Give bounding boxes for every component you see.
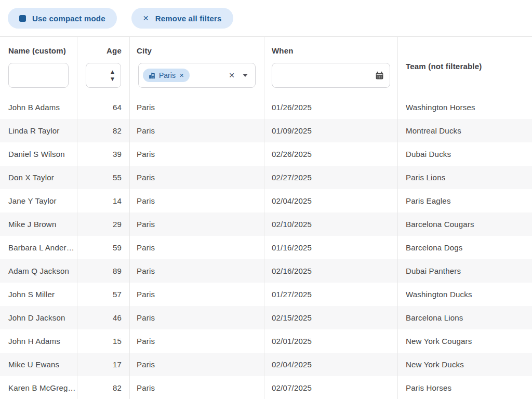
column-header-city: City Paris ✕ ✕	[130, 37, 264, 96]
cell-age: 64	[77, 96, 130, 119]
city-filter-multiselect[interactable]: Paris ✕ ✕	[138, 63, 256, 88]
cell-city: Paris	[130, 212, 264, 236]
compact-mode-button[interactable]: Use compact mode	[8, 8, 117, 29]
table-row: Mike J Brown 29 Paris 02/10/2025 Barcelo…	[0, 212, 532, 236]
cell-age: 57	[77, 283, 130, 306]
chevron-down-icon[interactable]	[243, 74, 248, 77]
toolbar: Use compact mode ✕ Remove all filters	[0, 0, 532, 36]
cell-name: Don X Taylor	[0, 166, 77, 189]
cell-team: Barcelona Dogs	[398, 236, 532, 259]
cell-city: Paris	[130, 353, 264, 376]
cell-name: Linda R Taylor	[0, 119, 77, 142]
cell-team: Barcelona Cougars	[398, 212, 532, 236]
cell-when: 02/04/2025	[264, 353, 398, 376]
cell-when: 01/27/2025	[264, 283, 398, 306]
cell-age: 89	[77, 259, 130, 283]
cell-city: Paris	[130, 166, 264, 189]
cell-age: 82	[77, 119, 130, 142]
chevron-up-icon[interactable]: ▲	[111, 70, 114, 74]
age-stepper: ▲ ▼	[111, 63, 114, 88]
x-icon: ✕	[143, 15, 149, 22]
cell-age: 15	[77, 329, 130, 353]
table-row: Daniel S Wilson 39 Paris 02/26/2025 Duba…	[0, 142, 532, 166]
cell-city: Paris	[130, 306, 264, 329]
cell-when: 02/07/2025	[264, 376, 398, 399]
column-header-when: When	[264, 37, 398, 96]
cell-name: John D Jackson	[0, 306, 77, 329]
name-filter-input[interactable]	[8, 63, 69, 88]
cell-name: Barbara L Ander…	[0, 236, 77, 259]
column-header-team: Team (not filterable)	[398, 37, 532, 96]
cell-team: Paris Lions	[398, 166, 532, 189]
cell-age: 39	[77, 142, 130, 166]
column-label-name: Name (custom)	[0, 46, 77, 56]
remove-filters-label: Remove all filters	[155, 14, 222, 23]
when-filter	[272, 63, 390, 88]
cell-name: Adam Q Jackson	[0, 259, 77, 283]
cell-city: Paris	[130, 189, 264, 212]
cell-name: John B Adams	[0, 96, 77, 119]
calendar-icon[interactable]	[375, 71, 384, 80]
cell-when: 02/04/2025	[264, 189, 398, 212]
multiselect-clear-x-icon[interactable]: ✕	[229, 72, 235, 79]
cell-name: John H Adams	[0, 329, 77, 353]
cell-team: Washington Ducks	[398, 283, 532, 306]
cell-age: 29	[77, 212, 130, 236]
column-header-name: Name (custom)	[0, 37, 77, 96]
cell-team: Paris Horses	[398, 376, 532, 399]
cell-age: 55	[77, 166, 130, 189]
data-table: Name (custom) Age ▲ ▼ City	[0, 36, 532, 399]
remove-all-filters-button[interactable]: ✕ Remove all filters	[131, 8, 233, 29]
table-row: Barbara L Ander… 59 Paris 01/16/2025 Bar…	[0, 236, 532, 259]
cell-when: 01/16/2025	[264, 236, 398, 259]
age-filter-input[interactable]	[86, 63, 121, 88]
cell-city: Paris	[130, 329, 264, 353]
table-row: John S Miller 57 Paris 01/27/2025 Washin…	[0, 283, 532, 306]
cell-city: Paris	[130, 376, 264, 399]
column-label-team: Team (not filterable)	[398, 61, 532, 72]
table-row: John B Adams 64 Paris 01/26/2025 Washing…	[0, 96, 532, 119]
cell-age: 17	[77, 353, 130, 376]
cell-name: Daniel S Wilson	[0, 142, 77, 166]
cell-age: 46	[77, 306, 130, 329]
when-filter-input[interactable]	[272, 63, 390, 88]
cell-team: Barcelona Lions	[398, 306, 532, 329]
building-icon	[149, 72, 155, 79]
cell-team: Dubai Panthers	[398, 259, 532, 283]
chip-remove-x-icon[interactable]: ✕	[179, 73, 184, 78]
table-row: Don X Taylor 55 Paris 02/27/2025 Paris L…	[0, 166, 532, 189]
cell-team: New York Ducks	[398, 353, 532, 376]
cell-when: 01/09/2025	[264, 119, 398, 142]
table-row: Jane Y Taylor 14 Paris 02/04/2025 Paris …	[0, 189, 532, 212]
cell-team: New York Cougars	[398, 329, 532, 353]
cell-city: Paris	[130, 236, 264, 259]
cell-age: 14	[77, 189, 130, 212]
city-filter-chip: Paris ✕	[143, 69, 190, 82]
cell-name: Mike U Ewans	[0, 353, 77, 376]
cell-city: Paris	[130, 259, 264, 283]
compact-mode-label: Use compact mode	[32, 14, 105, 23]
cell-city: Paris	[130, 142, 264, 166]
column-label-age: Age	[77, 46, 129, 56]
column-header-age: Age ▲ ▼	[77, 37, 130, 96]
cell-when: 02/27/2025	[264, 166, 398, 189]
table-row: John H Adams 15 Paris 02/01/2025 New Yor…	[0, 329, 532, 353]
cell-age: 82	[77, 376, 130, 399]
cell-city: Paris	[130, 96, 264, 119]
table-row: Linda R Taylor 82 Paris 01/09/2025 Montr…	[0, 119, 532, 142]
table-row: John D Jackson 46 Paris 02/15/2025 Barce…	[0, 306, 532, 329]
cell-when: 02/26/2025	[264, 142, 398, 166]
cell-name: Jane Y Taylor	[0, 189, 77, 212]
chevron-down-icon[interactable]: ▼	[111, 77, 114, 82]
cell-name: John S Miller	[0, 283, 77, 306]
cell-when: 02/16/2025	[264, 259, 398, 283]
table-row: Karen B McGreg… 82 Paris 02/07/2025 Pari…	[0, 376, 532, 399]
table-row: Adam Q Jackson 89 Paris 02/16/2025 Dubai…	[0, 259, 532, 283]
square-icon	[19, 15, 26, 22]
cell-name: Mike J Brown	[0, 212, 77, 236]
cell-name: Karen B McGreg…	[0, 376, 77, 399]
cell-city: Paris	[130, 283, 264, 306]
cell-when: 02/15/2025	[264, 306, 398, 329]
table-header: Name (custom) Age ▲ ▼ City	[0, 37, 532, 96]
cell-team: Washington Horses	[398, 96, 532, 119]
